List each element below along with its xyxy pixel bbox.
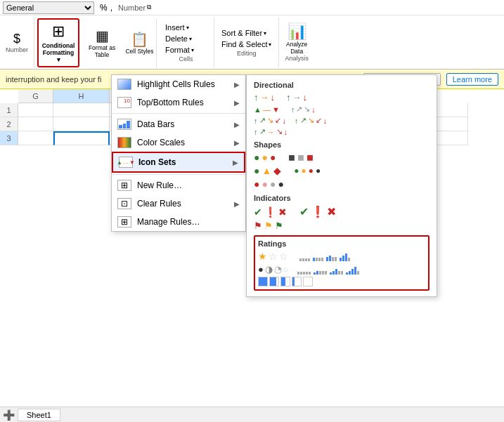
dir-arr-ur[interactable]: ↗ <box>296 105 302 114</box>
star-full[interactable]: ★ <box>258 251 267 262</box>
circle-qtr[interactable]: ◔ <box>274 264 282 275</box>
dir-b5dn[interactable]: ↓ <box>323 117 328 125</box>
conditional-formatting-button[interactable]: ⊞ ConditionalFormatting ▾ <box>37 18 79 67</box>
add-sheet-icon[interactable]: ➕ <box>3 409 15 421</box>
dir-c5ur[interactable]: ↗ <box>259 127 266 136</box>
bar1-1[interactable] <box>299 251 310 261</box>
flag-red[interactable]: ⚑ <box>254 220 262 231</box>
dir-b5dr[interactable]: ↘ <box>308 116 314 125</box>
circle-full[interactable]: ● <box>258 264 264 275</box>
dir-icon-up2[interactable]: ↑ <box>286 92 291 103</box>
iconsets-item[interactable]: ▲ — ▼ Icon Sets ▶ <box>112 152 245 173</box>
ind-warn2[interactable]: ❗ <box>311 205 325 218</box>
topbottom-item[interactable]: 10 Top/Bottom Rules ▶ <box>112 93 245 112</box>
flag-grn[interactable]: ⚑ <box>275 220 283 231</box>
clearrules-item[interactable]: ⊡ Clear Rules ▶ <box>112 194 245 213</box>
format-button[interactable]: Format▾ <box>162 44 209 55</box>
shape-yel-circle[interactable]: ● <box>261 152 267 163</box>
dir-5dr[interactable]: ↘ <box>267 116 273 125</box>
dir-icon-right2[interactable]: → <box>292 92 302 103</box>
sheet-tab[interactable]: Sheet1 <box>18 409 60 421</box>
bar1-4[interactable] <box>340 251 350 261</box>
dir-arr-down3[interactable]: ↓ <box>311 105 316 114</box>
shape-red-sq[interactable]: ◼ <box>306 152 314 162</box>
dir-c5up[interactable]: ↑ <box>254 128 258 136</box>
newrule-item[interactable]: ⊞ New Rule… <box>112 176 245 194</box>
dir-b5up[interactable]: ↑ <box>295 117 299 125</box>
shape-blk-sq[interactable]: ◼ <box>288 152 295 162</box>
shape-yel-tri[interactable]: ▲ <box>261 165 271 176</box>
delete-button[interactable]: Delete▾ <box>162 33 209 44</box>
ind-check[interactable]: ✔ <box>254 206 262 218</box>
bar1-3[interactable] <box>326 251 337 261</box>
dir-5ur[interactable]: ↗ <box>259 116 266 125</box>
colorscales-item[interactable]: Color Scales ▶ <box>112 133 245 152</box>
dir-arr-dr[interactable]: ↘ <box>304 105 310 114</box>
circle-empty[interactable]: ○ <box>283 264 289 275</box>
shape-red-c3[interactable]: ● <box>254 178 259 190</box>
sq-empty[interactable] <box>303 277 313 286</box>
sq-blue-full[interactable] <box>258 277 268 286</box>
ind-check2[interactable]: ✔ <box>299 205 309 218</box>
highlight-cells-item[interactable]: Highlight Cells Rules ▶ <box>112 75 245 93</box>
dir-icon-right1[interactable]: → <box>260 92 269 103</box>
dir-c5r[interactable]: → <box>267 128 275 136</box>
dir-5dn[interactable]: ↓ <box>283 117 287 125</box>
databars-item[interactable]: Data Bars ▶ <box>112 115 245 133</box>
dir-icon-down1[interactable]: ↓ <box>271 92 276 103</box>
col-header-h[interactable]: H <box>53 89 110 103</box>
shape-red-c2[interactable]: ● <box>309 166 314 176</box>
star-half1[interactable]: ☆ <box>269 251 278 262</box>
bar2-1[interactable] <box>297 265 311 275</box>
ind-warn[interactable]: ❗ <box>264 206 276 218</box>
ind-x[interactable]: ✖ <box>278 206 287 218</box>
dir-arr-up3[interactable]: ↑ <box>291 105 295 114</box>
analyze-data-label[interactable]: AnalyzeData <box>286 41 307 55</box>
flag-yel[interactable]: ⚑ <box>264 220 273 231</box>
dir-b5ur[interactable]: ↗ <box>300 116 306 125</box>
cell-h2[interactable] <box>53 117 110 131</box>
sq-blue-3qtr[interactable] <box>269 277 279 286</box>
shape-pink-c3[interactable]: ● <box>261 178 267 190</box>
bar2-4[interactable] <box>346 265 359 275</box>
dir-icon-up1[interactable]: ↑ <box>254 92 259 103</box>
bar2-2[interactable] <box>314 265 327 275</box>
dir-icon-down2[interactable]: ↓ <box>303 92 308 103</box>
cell-h1[interactable] <box>53 103 110 117</box>
dir-tri-up[interactable]: ▲ <box>254 105 261 114</box>
shape-blk-c2[interactable]: ● <box>316 166 321 176</box>
shape-grn-circle[interactable]: ● <box>254 152 259 163</box>
dir-c5dn[interactable]: ↓ <box>284 128 288 136</box>
star-empty1[interactable]: ☆ <box>279 251 288 262</box>
managerules-item[interactable]: ⊞ Manage Rules… <box>112 213 245 231</box>
sq-blue-half[interactable] <box>280 277 290 286</box>
dir-dash[interactable]: — <box>263 105 271 114</box>
sort-filter-button[interactable]: Sort & Filter▾ <box>219 27 274 39</box>
circle-half[interactable]: ◑ <box>265 264 273 275</box>
insert-button[interactable]: Insert▾ <box>162 22 209 33</box>
bar1-2[interactable] <box>313 251 323 261</box>
dir-5dl[interactable]: ↙ <box>275 116 281 125</box>
general-dropdown[interactable]: General <box>3 1 94 14</box>
cell-g3[interactable] <box>18 131 53 145</box>
find-select-button[interactable]: Find & Select▾ <box>219 39 274 50</box>
format-table-button[interactable]: ▦ Format as Table <box>84 18 120 67</box>
cell-g2[interactable] <box>18 117 53 131</box>
shape-blk-c3[interactable]: ● <box>278 178 283 190</box>
shape-red-dia[interactable]: ◆ <box>273 165 281 176</box>
shape-gray-sq[interactable]: ◼ <box>297 152 304 162</box>
ind-x2[interactable]: ✖ <box>327 205 336 218</box>
dir-tri-down[interactable]: ▼ <box>272 105 280 114</box>
cell-styles-button[interactable]: 📋 Cell Styles <box>123 18 157 67</box>
bar2-3[interactable] <box>330 265 343 275</box>
shape-grn-circle2[interactable]: ● <box>254 165 259 176</box>
shape-gray-c3[interactable]: ● <box>270 178 276 190</box>
dir-c5dr[interactable]: ↘ <box>276 127 283 136</box>
learn-more-button[interactable]: Learn more <box>446 73 498 86</box>
shape-red-circle[interactable]: ● <box>270 152 276 163</box>
number-expand-icon[interactable]: ⧉ <box>147 4 151 11</box>
shape-grn-c2[interactable]: ● <box>294 166 299 176</box>
cell-h3-selected[interactable] <box>53 131 110 145</box>
sq-blue-qtr[interactable] <box>292 277 302 286</box>
dir-b5dl[interactable]: ↙ <box>316 116 322 125</box>
